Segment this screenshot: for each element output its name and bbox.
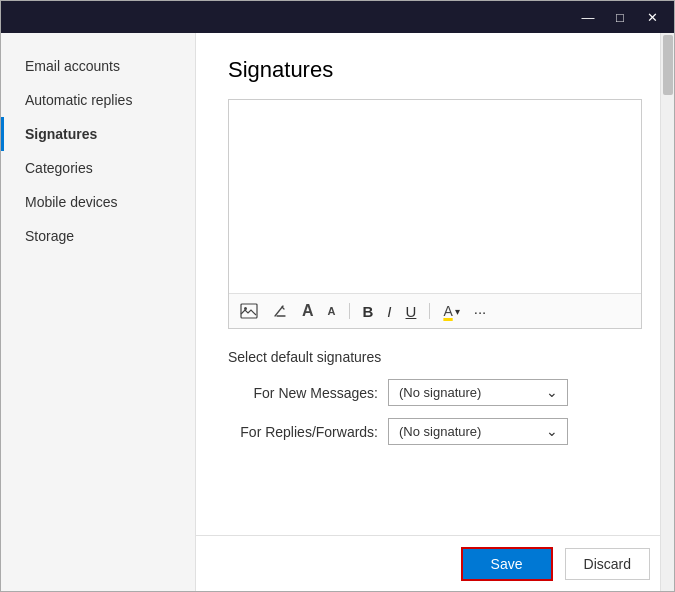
new-messages-select[interactable]: (No signature) — [388, 379, 568, 406]
font-size-increase-button[interactable]: A — [299, 300, 317, 322]
replies-select-wrapper: (No signature) — [388, 418, 568, 445]
signature-editor-wrapper: A A B I U A ▾ ··· — [228, 99, 642, 329]
maximize-button[interactable]: □ — [606, 7, 634, 27]
settings-window: — □ ✕ Email accounts Automatic replies S… — [0, 0, 675, 592]
italic-button[interactable]: I — [384, 301, 394, 322]
toolbar-separator-2 — [429, 303, 430, 319]
main-content: Signatures — [196, 33, 674, 535]
editor-toolbar: A A B I U A ▾ ··· — [229, 293, 641, 328]
discard-button[interactable]: Discard — [565, 548, 650, 580]
highlight-button[interactable]: A ▾ — [440, 301, 462, 321]
sidebar-item-categories[interactable]: Categories — [1, 151, 195, 185]
replies-label: For Replies/Forwards: — [228, 424, 388, 440]
new-messages-label: For New Messages: — [228, 385, 388, 401]
bold-button[interactable]: B — [360, 301, 377, 322]
svg-point-1 — [244, 307, 247, 310]
sidebar-item-storage[interactable]: Storage — [1, 219, 195, 253]
toolbar-separator-1 — [349, 303, 350, 319]
footer: Save Discard — [196, 535, 674, 591]
sidebar-item-signatures[interactable]: Signatures — [1, 117, 195, 151]
new-messages-select-wrapper: (No signature) — [388, 379, 568, 406]
font-size-decrease-button[interactable]: A — [325, 303, 339, 319]
signature-editor[interactable] — [229, 100, 641, 293]
minimize-button[interactable]: — — [574, 7, 602, 27]
replies-row: For Replies/Forwards: (No signature) — [228, 418, 642, 445]
highlight-dropdown-icon: ▾ — [455, 306, 460, 317]
new-messages-row: For New Messages: (No signature) — [228, 379, 642, 406]
close-button[interactable]: ✕ — [638, 7, 666, 27]
sidebar: Email accounts Automatic replies Signatu… — [1, 33, 196, 591]
underline-button[interactable]: U — [403, 301, 420, 322]
scrollbar[interactable] — [660, 33, 674, 591]
select-defaults-title: Select default signatures — [228, 349, 642, 365]
titlebar: — □ ✕ — [1, 1, 674, 33]
page-title: Signatures — [228, 57, 642, 83]
insert-image-button[interactable] — [237, 301, 261, 321]
replies-select[interactable]: (No signature) — [388, 418, 568, 445]
sidebar-item-email-accounts[interactable]: Email accounts — [1, 49, 195, 83]
sidebar-item-automatic-replies[interactable]: Automatic replies — [1, 83, 195, 117]
sidebar-item-mobile-devices[interactable]: Mobile devices — [1, 185, 195, 219]
save-button[interactable]: Save — [461, 547, 553, 581]
scrollbar-thumb — [663, 35, 673, 95]
content-area: Email accounts Automatic replies Signatu… — [1, 33, 674, 591]
more-options-button[interactable]: ··· — [471, 301, 490, 322]
format-clear-button[interactable] — [269, 301, 291, 321]
select-defaults-section: Select default signatures For New Messag… — [228, 349, 642, 457]
titlebar-controls: — □ ✕ — [574, 7, 666, 27]
